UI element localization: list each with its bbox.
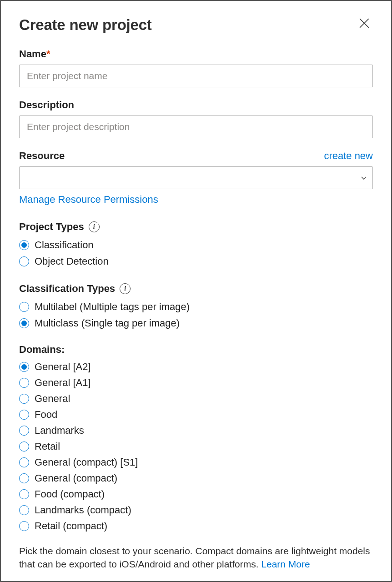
name-label: Name* [19, 48, 373, 60]
project-types-group: Classification Object Detection [19, 239, 373, 267]
dialog-body: Create new project Name* Description Res… [1, 1, 391, 581]
learn-more-link[interactable]: Learn More [261, 559, 310, 569]
radio-dot [19, 457, 29, 467]
radio-dot [19, 318, 29, 328]
field-description: Description [19, 99, 373, 138]
radio-dot [19, 473, 29, 483]
radio-dot [19, 410, 29, 420]
radio-domain-landmarks[interactable]: Landmarks [19, 425, 373, 436]
radio-dot [19, 362, 29, 372]
radio-label: Landmarks [35, 425, 84, 436]
close-button[interactable] [358, 17, 370, 29]
radio-dot [19, 378, 29, 388]
radio-label: Food (compact) [35, 488, 105, 500]
radio-domain-general-compact[interactable]: General (compact) [19, 472, 373, 484]
resource-select[interactable] [19, 166, 373, 189]
info-icon[interactable]: i [120, 283, 131, 294]
radio-dot [19, 442, 29, 452]
radio-object-detection[interactable]: Object Detection [19, 256, 373, 267]
radio-dot [19, 521, 29, 531]
radio-label: Landmarks (compact) [35, 504, 131, 516]
radio-label: Object Detection [35, 256, 109, 267]
domains-helper-text: Pick the domain closest to your scenario… [19, 546, 370, 569]
radio-label: General [A2] [35, 361, 91, 373]
radio-domain-food-compact[interactable]: Food (compact) [19, 488, 373, 500]
radio-dot [19, 489, 29, 499]
radio-dot [19, 505, 29, 515]
radio-domain-general-compact-s1[interactable]: General (compact) [S1] [19, 457, 373, 468]
radio-multiclass[interactable]: Multiclass (Single tag per image) [19, 317, 373, 329]
radio-dot [19, 240, 29, 250]
radio-label: General (compact) [35, 472, 117, 484]
classification-types-header: Classification Types i [19, 283, 373, 295]
radio-label: General [35, 393, 70, 405]
resource-select-wrap [19, 166, 373, 189]
radio-domain-retail-compact[interactable]: Retail (compact) [19, 520, 373, 532]
radio-label: Classification [35, 239, 94, 251]
dialog-title: Create new project [19, 16, 152, 34]
domains-group: General [A2] General [A1] General Food L… [19, 361, 373, 532]
resource-label: Resource [19, 150, 65, 162]
radio-domain-retail[interactable]: Retail [19, 441, 373, 452]
radio-label: General [A1] [35, 377, 91, 389]
radio-multilabel[interactable]: Multilabel (Multiple tags per image) [19, 301, 373, 313]
info-icon[interactable]: i [89, 221, 100, 232]
description-label: Description [19, 99, 373, 111]
radio-label: General (compact) [S1] [35, 457, 138, 468]
dialog-create-project: Create new project Name* Description Res… [0, 0, 392, 582]
radio-domain-general-a2[interactable]: General [A2] [19, 361, 373, 373]
classification-types-group: Multilabel (Multiple tags per image) Mul… [19, 301, 373, 329]
project-types-title: Project Types [19, 221, 84, 233]
field-resource: Resource create new Manage Resource Perm… [19, 150, 373, 206]
project-types-header: Project Types i [19, 221, 373, 233]
radio-dot [19, 394, 29, 404]
radio-dot [19, 256, 29, 266]
resource-label-row: Resource create new [19, 150, 373, 162]
radio-label: Retail [35, 441, 60, 452]
radio-dot [19, 302, 29, 312]
radio-domain-general-a1[interactable]: General [A1] [19, 377, 373, 389]
radio-domain-landmarks-compact[interactable]: Landmarks (compact) [19, 504, 373, 516]
radio-label: Multilabel (Multiple tags per image) [35, 301, 190, 313]
field-name: Name* [19, 48, 373, 87]
radio-domain-general[interactable]: General [19, 393, 373, 405]
radio-label: Multiclass (Single tag per image) [35, 317, 180, 329]
description-input[interactable] [19, 115, 373, 138]
name-label-text: Name [19, 48, 46, 60]
domains-title: Domains: [19, 344, 373, 356]
radio-label: Food [35, 409, 57, 421]
radio-classification[interactable]: Classification [19, 239, 373, 251]
create-resource-link[interactable]: create new [324, 150, 373, 162]
manage-resource-link[interactable]: Manage Resource Permissions [19, 194, 158, 206]
name-input[interactable] [19, 65, 373, 87]
close-icon [358, 17, 370, 29]
radio-domain-food[interactable]: Food [19, 409, 373, 421]
dialog-header: Create new project [19, 16, 373, 48]
radio-dot [19, 426, 29, 436]
classification-types-title: Classification Types [19, 283, 115, 295]
required-asterisk: * [46, 48, 50, 60]
domains-helper: Pick the domain closest to your scenario… [19, 545, 373, 571]
radio-label: Retail (compact) [35, 520, 107, 532]
